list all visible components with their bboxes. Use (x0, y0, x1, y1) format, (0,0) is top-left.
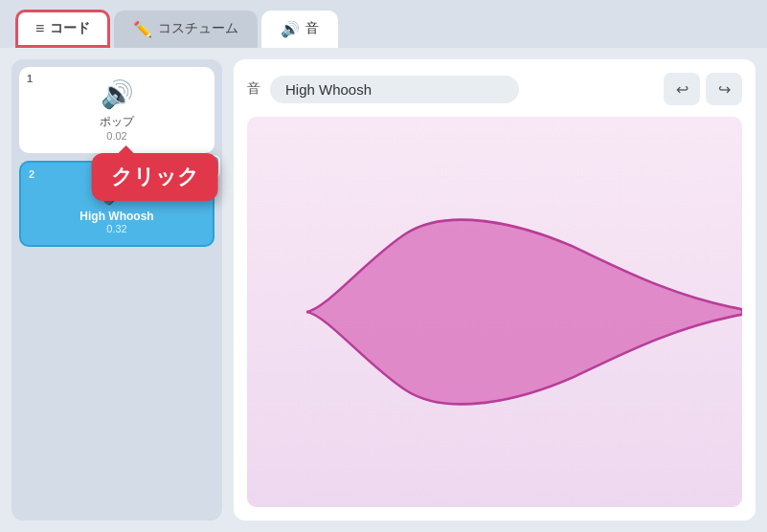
redo-button[interactable]: ↪ (706, 73, 742, 105)
sound-list-panel: 1 🔊 ポップ 0.02 クリック 2 🔊 High Whoosh 0.32 🗑 (11, 59, 222, 521)
sound-editor-header: 音 ↩ ↪ (247, 73, 742, 105)
sound-editor-panel: 音 ↩ ↪ (234, 59, 756, 521)
main-content: 1 🔊 ポップ 0.02 クリック 2 🔊 High Whoosh 0.32 🗑… (0, 48, 767, 532)
tab-sound-label: 音 (305, 20, 319, 37)
waveform-area (247, 117, 742, 507)
sound-item-1-name: ポップ (100, 114, 134, 130)
sound-item-2-name: High Whoosh (79, 210, 153, 223)
sound-item-1[interactable]: 1 🔊 ポップ 0.02 クリック (19, 67, 214, 153)
tab-costume-label: コスチューム (158, 20, 238, 37)
undo-redo-group: ↩ ↪ (664, 73, 742, 105)
sound-item-1-duration: 0.02 (106, 130, 126, 142)
click-tooltip: クリック (92, 153, 218, 201)
sound-label: 音 (247, 80, 260, 98)
tab-code[interactable]: ≡ コード (15, 10, 110, 48)
costume-icon: ✏️ (133, 20, 152, 38)
undo-button[interactable]: ↩ (664, 73, 700, 105)
waveform-svg (247, 117, 742, 507)
speaker-icon-1: 🔊 (101, 78, 134, 110)
sound-item-2-duration: 0.32 (106, 223, 126, 234)
code-icon: ≡ (35, 20, 44, 37)
tab-bar: ≡ コード ✏️ コスチューム 🔊 音 (0, 0, 767, 48)
tab-costume[interactable]: ✏️ コスチューム (114, 11, 258, 48)
sound-name-input[interactable] (270, 76, 519, 103)
redo-icon: ↪ (718, 80, 731, 99)
sound-tab-icon: 🔊 (281, 20, 300, 38)
tab-sound[interactable]: 🔊 音 (261, 11, 338, 48)
undo-icon: ↩ (676, 80, 688, 99)
tab-code-label: コード (50, 20, 90, 37)
sound-item-1-number: 1 (27, 73, 33, 84)
sound-item-2-number: 2 (29, 168, 34, 180)
